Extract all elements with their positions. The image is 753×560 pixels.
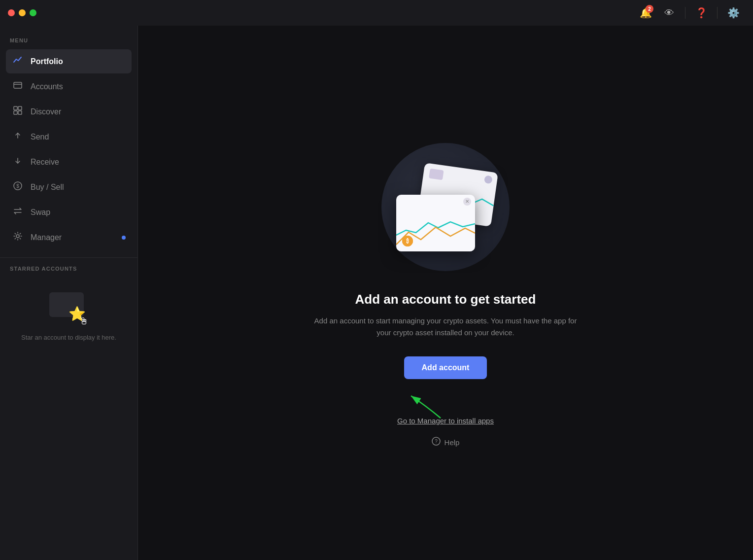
question-icon: ❓ xyxy=(695,7,708,19)
sidebar-item-portfolio[interactable]: Portfolio xyxy=(6,49,132,73)
sidebar-item-receive[interactable]: Receive xyxy=(6,150,132,174)
cards-container: ✕ ₿ xyxy=(391,153,500,261)
watch-button[interactable]: 👁 xyxy=(659,3,679,23)
sidebar-divider xyxy=(0,257,137,258)
svg-rect-0 xyxy=(14,82,22,88)
svg-point-10 xyxy=(16,235,19,238)
sidebar-item-buy-sell-label: Buy / Sell xyxy=(31,183,64,192)
sidebar-item-swap-label: Swap xyxy=(31,208,50,217)
svg-rect-3 xyxy=(18,106,22,110)
star-cursor-illustration: ⭐ 🖱 xyxy=(49,287,89,327)
help-link[interactable]: ? Help xyxy=(432,437,460,448)
sidebar-item-accounts[interactable]: Accounts xyxy=(6,74,132,99)
sidebar-item-swap[interactable]: Swap xyxy=(6,200,132,224)
annotation-arrow xyxy=(396,391,455,420)
main-title: Add an account to get started xyxy=(313,292,578,307)
swap-icon xyxy=(12,206,24,218)
starred-accounts-section: STARRED ACCOUNTS ⭐ 🖱 Star an account to … xyxy=(0,266,137,560)
card-close-btn: ✕ xyxy=(463,198,471,206)
manager-notification-dot xyxy=(122,236,126,240)
accounts-icon xyxy=(12,80,24,93)
help-button[interactable]: ❓ xyxy=(691,3,711,23)
manager-link[interactable]: Go to Manager to install apps xyxy=(397,417,494,425)
main-description: Add an account to start managing your cr… xyxy=(313,315,578,339)
send-icon xyxy=(12,131,24,143)
sidebar-item-discover-label: Discover xyxy=(31,107,61,116)
svg-text:?: ? xyxy=(435,439,438,444)
hero-illustration: ✕ ₿ xyxy=(372,138,519,276)
gear-icon: ⚙️ xyxy=(727,7,740,19)
cursor-icon: 🖱 xyxy=(79,315,89,327)
buy-sell-icon: $ xyxy=(12,181,24,193)
sidebar-item-buy-sell[interactable]: $ Buy / Sell xyxy=(6,175,132,199)
btc-icon: ₿ xyxy=(402,236,413,246)
minimize-window-button[interactable] xyxy=(19,9,26,16)
settings-button[interactable]: ⚙️ xyxy=(723,3,743,23)
sidebar-item-manager[interactable]: Manager xyxy=(6,225,132,249)
notification-badge: 2 xyxy=(646,5,653,13)
sidebar-nav: Portfolio Accounts xyxy=(0,49,137,249)
titlebar-actions: 🔔 2 👁 ❓ ⚙️ xyxy=(636,3,743,23)
discover-icon xyxy=(12,105,24,118)
close-window-button[interactable] xyxy=(8,9,15,16)
sidebar-item-send-label: Send xyxy=(31,133,49,141)
starred-accounts-label: STARRED ACCOUNTS xyxy=(10,266,128,272)
svg-rect-4 xyxy=(14,111,17,114)
sidebar-item-discover[interactable]: Discover xyxy=(6,100,132,124)
app-body: MENU Portfolio Accounts xyxy=(0,26,753,560)
help-circle-icon: ? xyxy=(432,437,441,448)
card-front: ✕ ₿ xyxy=(396,195,475,251)
svg-rect-2 xyxy=(14,106,17,110)
window-controls xyxy=(8,9,36,16)
sidebar-item-send[interactable]: Send xyxy=(6,125,132,149)
starred-empty-text: Star an account to display it here. xyxy=(21,333,116,343)
separator2 xyxy=(717,7,718,19)
starred-empty-state: ⭐ 🖱 Star an account to display it here. xyxy=(10,280,128,350)
hero-circle: ✕ ₿ xyxy=(381,143,510,271)
manager-icon xyxy=(12,231,24,244)
menu-label: MENU xyxy=(0,37,137,49)
receive-icon xyxy=(12,156,24,168)
sidebar-item-receive-label: Receive xyxy=(31,158,59,167)
sidebar-item-accounts-label: Accounts xyxy=(31,82,63,91)
notifications-button[interactable]: 🔔 2 xyxy=(636,3,655,23)
main-content: ✕ ₿ Add an account xyxy=(138,26,753,560)
sidebar-item-manager-label: Manager xyxy=(31,233,62,242)
separator xyxy=(685,7,685,19)
add-account-button[interactable]: Add account xyxy=(404,356,487,379)
sidebar: MENU Portfolio Accounts xyxy=(0,26,138,560)
portfolio-icon xyxy=(12,55,24,68)
maximize-window-button[interactable] xyxy=(30,9,36,16)
help-label: Help xyxy=(445,438,460,447)
titlebar: 🔔 2 👁 ❓ ⚙️ xyxy=(0,0,753,26)
svg-text:$: $ xyxy=(16,183,19,189)
content-wrapper: Add an account to get started Add an acc… xyxy=(298,292,593,379)
annotation-area: Go to Manager to install apps xyxy=(396,391,495,425)
eye-icon: 👁 xyxy=(664,7,674,19)
svg-rect-5 xyxy=(18,111,22,114)
sidebar-item-portfolio-label: Portfolio xyxy=(31,57,63,66)
